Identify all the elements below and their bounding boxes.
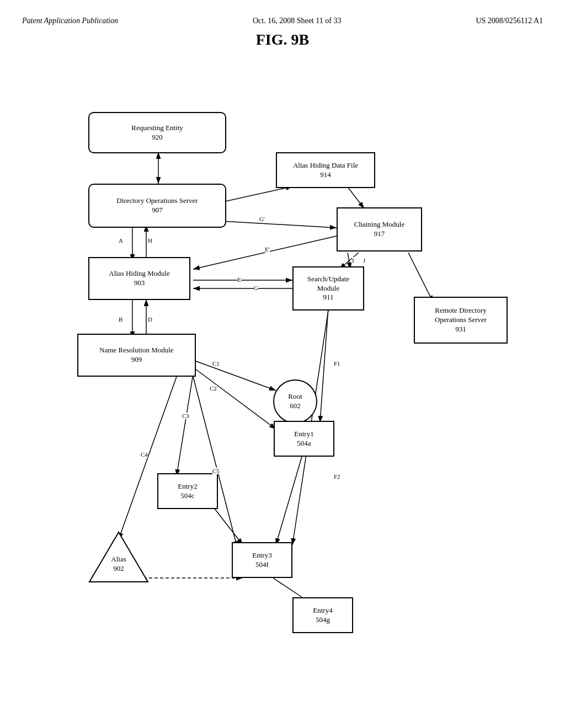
- label-J: J: [363, 257, 365, 264]
- entry3-label: Entry3: [252, 551, 271, 560]
- entry2-box: Entry2 504c: [157, 473, 218, 509]
- root-label: Root: [288, 392, 302, 402]
- label-D: D: [148, 316, 152, 323]
- rdos-number: 931: [455, 325, 466, 334]
- root-number: 602: [290, 402, 301, 411]
- name-resolution-box: Name Resolution Module 909: [77, 334, 196, 377]
- alias-triangle: Alias 902: [88, 531, 149, 584]
- label-C1: C1: [212, 360, 220, 367]
- entry2-label: Entry2: [178, 482, 197, 491]
- diagram: Requesting Entity 920 Directory Operatio…: [22, 60, 543, 710]
- svg-line-16: [193, 360, 276, 390]
- rdos-label: Remote Directory Operations Server: [435, 306, 487, 325]
- svg-line-15: [408, 253, 433, 302]
- nrm-label: Name Resolution Module: [99, 346, 173, 355]
- label-C5: C5: [212, 468, 220, 474]
- requesting-entity-number: 920: [152, 133, 163, 142]
- dos-box: Directory Operations Server 907: [88, 184, 226, 228]
- alias-hiding-data-file-box: Alias Hiding Data File 914: [276, 152, 375, 188]
- svg-line-17: [193, 367, 276, 429]
- svg-text:902: 902: [113, 564, 124, 572]
- svg-line-20: [193, 377, 237, 548]
- entry1-label: Entry1: [294, 430, 313, 439]
- label-G-prime: G': [259, 216, 265, 222]
- entry1-number: 504a: [297, 439, 311, 448]
- entry4-box: Entry4 504g: [292, 597, 353, 633]
- ahm-label: Alias Hiding Module: [109, 269, 170, 279]
- dos-number: 907: [152, 206, 163, 215]
- entry4-label: Entry4: [313, 606, 332, 615]
- label-C2: C2: [210, 385, 217, 392]
- label-F2: F2: [334, 473, 340, 480]
- entry1-box: Entry1 504a: [274, 421, 334, 457]
- su-label: Search/Update Module: [307, 275, 350, 293]
- ahm-number: 903: [134, 279, 145, 288]
- svg-line-18: [177, 374, 193, 476]
- label-H: H: [148, 237, 152, 244]
- figure-title: FIG. 9B: [22, 31, 543, 49]
- svg-line-24: [320, 308, 328, 422]
- svg-line-22: [276, 451, 303, 545]
- label-E-prime: E': [265, 246, 270, 253]
- chaining-module-box: Chaining Module 917: [337, 207, 422, 251]
- svg-text:Alias: Alias: [111, 555, 126, 563]
- header-date-sheet: Oct. 16, 2008 Sheet 11 of 33: [253, 17, 341, 25]
- entry4-number: 504g: [316, 615, 330, 625]
- page: Patent Application Publication Oct. 16, …: [0, 0, 565, 728]
- svg-line-10: [193, 236, 337, 269]
- alias-triangle-svg: Alias 902: [88, 531, 149, 584]
- dos-label: Directory Operations Server: [116, 196, 198, 206]
- page-header: Patent Application Publication Oct. 16, …: [22, 17, 543, 25]
- alias-hiding-module-box: Alias Hiding Module 903: [88, 257, 190, 300]
- chaining-number: 917: [374, 229, 385, 239]
- su-number: 911: [323, 293, 333, 302]
- requesting-entity-label: Requesting Entity: [131, 124, 183, 133]
- requesting-entity-box: Requesting Entity 920: [88, 112, 226, 153]
- nrm-number: 909: [131, 355, 142, 365]
- ahdf-label: Alias Hiding Data File: [293, 161, 358, 170]
- remote-dos-box: Remote Directory Operations Server 931: [414, 297, 508, 344]
- root-box: Root 602: [273, 379, 317, 424]
- label-C4: C4: [141, 451, 148, 458]
- svg-line-19: [119, 377, 177, 539]
- header-publication: Patent Application Publication: [22, 17, 118, 25]
- label-A: A: [119, 237, 123, 244]
- label-E: E: [237, 276, 241, 283]
- chaining-label: Chaining Module: [354, 220, 404, 229]
- label-G: G: [254, 285, 258, 291]
- label-F1: F1: [334, 360, 340, 367]
- header-patent-number: US 2008/0256112 A1: [476, 17, 543, 25]
- label-B: B: [119, 316, 122, 323]
- label-C3: C3: [182, 413, 189, 419]
- entry3-box: Entry3 504f: [232, 542, 292, 578]
- ahdf-number: 914: [320, 170, 331, 180]
- entry3-number: 504f: [255, 560, 269, 570]
- entry2-number: 504c: [180, 491, 194, 501]
- search-update-box: Search/Update Module 911: [292, 266, 364, 311]
- label-I: I: [352, 257, 354, 264]
